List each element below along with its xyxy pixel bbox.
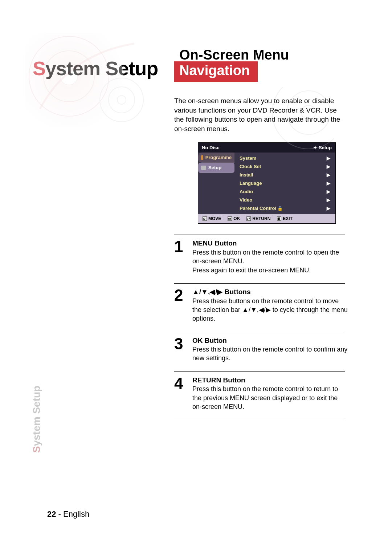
divider <box>174 420 345 420</box>
osd-side-setup: Setup <box>198 163 234 173</box>
svg-point-6 <box>117 96 126 104</box>
step-body: ▲/▼,◀/▶ ButtonsPress these buttons on th… <box>192 287 348 323</box>
divider <box>174 283 345 284</box>
chapter-title-accent: S <box>33 57 45 79</box>
step-title: RETURN Button <box>192 376 245 384</box>
instruction-step: 2▲/▼,◀/▶ ButtonsPress these buttons on t… <box>174 287 348 323</box>
osd-item: Parental Control 🔒▶ <box>234 204 335 212</box>
arrow-buttons-icon: ▲/▼,◀/▶ <box>192 288 225 296</box>
divider <box>174 371 345 372</box>
osd-item: System▶ <box>234 154 335 162</box>
osd-main-list: System▶Clock Set▶Install▶Language▶Audio▶… <box>234 153 335 214</box>
divider <box>174 332 345 332</box>
step-title: MENU Button <box>192 239 237 247</box>
osd-item: Install▶ <box>234 171 335 179</box>
instruction-step: 1MENU ButtonPress this button on the rem… <box>174 239 348 275</box>
instruction-step: 3OK ButtonPress this button on the remot… <box>174 336 348 363</box>
chevron-right-icon: ▶ <box>327 197 330 203</box>
side-tab-label: System Setup <box>31 386 42 453</box>
osd-top-right: ✦ Setup <box>313 145 332 150</box>
chevron-right-icon: ▶ <box>327 164 330 169</box>
page-number: 22 <box>47 509 56 519</box>
antenna-icon <box>201 155 203 160</box>
move-key-icon: ◇ <box>203 216 207 221</box>
intro-paragraph: The on-screen menus allow you to enable … <box>174 96 345 134</box>
lock-icon: 🔒 <box>276 206 283 211</box>
step-number: 4 <box>174 375 187 411</box>
step-body: RETURN ButtonPress this button on the re… <box>192 375 348 411</box>
chapter-title: System Setup <box>33 58 163 79</box>
osd-hint-exit: ▣EXIT <box>277 216 293 221</box>
chevron-right-icon: ▶ <box>327 206 330 211</box>
step-title: ▲/▼,◀/▶ Buttons <box>192 288 251 296</box>
return-key-icon: ⮐ <box>246 216 251 221</box>
exit-key-icon: ▣ <box>277 216 281 221</box>
chevron-right-icon: ▶ <box>327 172 330 178</box>
chapter-title-rest: ystem Setup <box>45 57 158 79</box>
step-body: MENU ButtonPress this button on the remo… <box>192 239 348 275</box>
disc-art-left <box>25 33 156 127</box>
osd-item: Language▶ <box>234 179 335 187</box>
osd-screenshot: No Disc ✦ Setup Programme Setup System▶C… <box>198 142 336 224</box>
step-number: 2 <box>174 287 187 323</box>
divider <box>174 235 345 235</box>
ok-key-icon: ▭ <box>228 216 232 221</box>
page-footer: 22 - English <box>47 509 89 519</box>
step-number: 3 <box>174 336 187 363</box>
chevron-right-icon: ▶ <box>327 155 330 161</box>
step-number: 1 <box>174 239 187 275</box>
gear-icon <box>201 166 206 170</box>
instruction-step: 4RETURN ButtonPress this button on the r… <box>174 375 348 411</box>
osd-hint-return: ⮐RETURN <box>246 216 270 221</box>
osd-hint-ok: ▭OK <box>228 216 240 221</box>
svg-point-4 <box>100 78 143 122</box>
osd-item: Clock Set▶ <box>234 162 335 171</box>
osd-item: Video▶ <box>234 196 335 204</box>
svg-point-5 <box>109 87 135 113</box>
step-body: OK ButtonPress this button on the remote… <box>192 336 348 363</box>
osd-side-programme: Programme <box>198 153 234 163</box>
step-title: OK Button <box>192 337 227 344</box>
chevron-right-icon: ▶ <box>327 189 330 194</box>
section-title-line2: Navigation <box>174 61 258 82</box>
chevron-right-icon: ▶ <box>327 180 330 186</box>
page-language: English <box>63 509 89 519</box>
svg-point-0 <box>25 33 123 127</box>
section-title-line1: On-Screen Menu <box>174 47 359 63</box>
osd-item: Audio▶ <box>234 187 335 196</box>
osd-top-left: No Disc <box>202 145 219 150</box>
osd-hint-move: ◇MOVE <box>203 216 221 221</box>
